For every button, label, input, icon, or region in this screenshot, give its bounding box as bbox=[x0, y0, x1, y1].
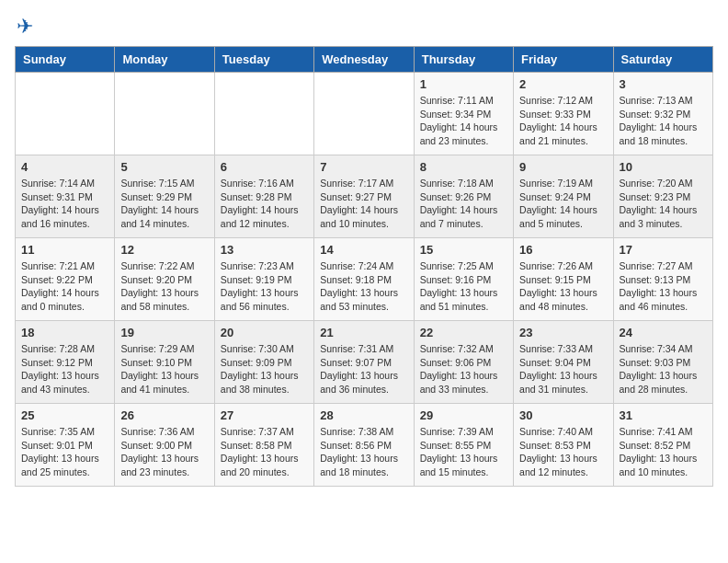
calendar-cell bbox=[214, 73, 313, 155]
day-info: Sunrise: 7:16 AM Sunset: 9:28 PM Dayligh… bbox=[221, 177, 308, 231]
day-number: 29 bbox=[420, 408, 507, 422]
calendar-header-thursday: Thursday bbox=[414, 47, 513, 73]
calendar-cell bbox=[115, 73, 214, 155]
day-number: 28 bbox=[320, 408, 407, 422]
calendar-cell: 28Sunrise: 7:38 AM Sunset: 8:56 PM Dayli… bbox=[314, 404, 414, 487]
calendar-cell: 1Sunrise: 7:11 AM Sunset: 9:34 PM Daylig… bbox=[414, 73, 513, 155]
day-info: Sunrise: 7:19 AM Sunset: 9:24 PM Dayligh… bbox=[519, 177, 607, 231]
calendar-cell: 26Sunrise: 7:36 AM Sunset: 9:00 PM Dayli… bbox=[115, 404, 214, 487]
calendar-cell: 29Sunrise: 7:39 AM Sunset: 8:55 PM Dayli… bbox=[414, 404, 513, 487]
calendar-cell: 31Sunrise: 7:41 AM Sunset: 8:52 PM Dayli… bbox=[613, 404, 712, 487]
calendar-cell: 12Sunrise: 7:22 AM Sunset: 9:20 PM Dayli… bbox=[115, 238, 214, 321]
day-info: Sunrise: 7:17 AM Sunset: 9:27 PM Dayligh… bbox=[320, 177, 407, 231]
calendar-cell: 2Sunrise: 7:12 AM Sunset: 9:33 PM Daylig… bbox=[514, 73, 613, 155]
day-number: 9 bbox=[519, 160, 607, 174]
calendar-week-row: 11Sunrise: 7:21 AM Sunset: 9:22 PM Dayli… bbox=[16, 238, 713, 321]
day-number: 14 bbox=[320, 243, 407, 257]
day-info: Sunrise: 7:28 AM Sunset: 9:12 PM Dayligh… bbox=[21, 342, 108, 396]
page-header: ✈ bbox=[15, 15, 713, 39]
calendar-table: SundayMondayTuesdayWednesdayThursdayFrid… bbox=[15, 46, 713, 487]
day-info: Sunrise: 7:33 AM Sunset: 9:04 PM Dayligh… bbox=[519, 342, 607, 396]
calendar-cell: 8Sunrise: 7:18 AM Sunset: 9:26 PM Daylig… bbox=[414, 155, 513, 238]
calendar-week-row: 1Sunrise: 7:11 AM Sunset: 9:34 PM Daylig… bbox=[16, 73, 713, 155]
day-info: Sunrise: 7:27 AM Sunset: 9:13 PM Dayligh… bbox=[620, 259, 707, 314]
calendar-cell: 21Sunrise: 7:31 AM Sunset: 9:07 PM Dayli… bbox=[314, 321, 414, 404]
calendar-cell: 16Sunrise: 7:26 AM Sunset: 9:15 PM Dayli… bbox=[514, 238, 613, 321]
calendar-cell: 10Sunrise: 7:20 AM Sunset: 9:23 PM Dayli… bbox=[613, 155, 712, 238]
day-number: 15 bbox=[420, 243, 507, 257]
calendar-cell: 6Sunrise: 7:16 AM Sunset: 9:28 PM Daylig… bbox=[214, 155, 313, 238]
day-info: Sunrise: 7:32 AM Sunset: 9:06 PM Dayligh… bbox=[420, 342, 507, 396]
day-number: 16 bbox=[519, 243, 607, 257]
calendar-cell: 27Sunrise: 7:37 AM Sunset: 8:58 PM Dayli… bbox=[214, 404, 313, 487]
day-info: Sunrise: 7:41 AM Sunset: 8:52 PM Dayligh… bbox=[620, 425, 707, 479]
day-info: Sunrise: 7:29 AM Sunset: 9:10 PM Dayligh… bbox=[120, 342, 208, 396]
calendar-cell: 20Sunrise: 7:30 AM Sunset: 9:09 PM Dayli… bbox=[214, 321, 313, 404]
day-info: Sunrise: 7:23 AM Sunset: 9:19 PM Dayligh… bbox=[221, 259, 308, 314]
day-info: Sunrise: 7:11 AM Sunset: 9:34 PM Dayligh… bbox=[420, 94, 507, 148]
calendar-cell: 7Sunrise: 7:17 AM Sunset: 9:27 PM Daylig… bbox=[314, 155, 414, 238]
calendar-cell: 19Sunrise: 7:29 AM Sunset: 9:10 PM Dayli… bbox=[115, 321, 214, 404]
day-info: Sunrise: 7:35 AM Sunset: 9:01 PM Dayligh… bbox=[21, 425, 108, 479]
day-number: 17 bbox=[620, 243, 707, 257]
day-number: 12 bbox=[120, 243, 208, 257]
calendar-cell: 9Sunrise: 7:19 AM Sunset: 9:24 PM Daylig… bbox=[514, 155, 613, 238]
calendar-header-sunday: Sunday bbox=[16, 47, 115, 73]
day-number: 6 bbox=[221, 160, 308, 174]
day-number: 24 bbox=[620, 326, 707, 339]
day-number: 30 bbox=[519, 408, 607, 422]
day-number: 22 bbox=[420, 326, 507, 339]
day-info: Sunrise: 7:20 AM Sunset: 9:23 PM Dayligh… bbox=[620, 177, 707, 231]
calendar-header-wednesday: Wednesday bbox=[314, 47, 414, 73]
calendar-cell: 14Sunrise: 7:24 AM Sunset: 9:18 PM Dayli… bbox=[314, 238, 414, 321]
calendar-cell: 11Sunrise: 7:21 AM Sunset: 9:22 PM Dayli… bbox=[16, 238, 115, 321]
calendar-cell: 30Sunrise: 7:40 AM Sunset: 8:53 PM Dayli… bbox=[514, 404, 613, 487]
day-info: Sunrise: 7:38 AM Sunset: 8:56 PM Dayligh… bbox=[320, 425, 407, 479]
calendar-cell: 15Sunrise: 7:25 AM Sunset: 9:16 PM Dayli… bbox=[414, 238, 513, 321]
day-info: Sunrise: 7:26 AM Sunset: 9:15 PM Dayligh… bbox=[519, 259, 607, 314]
day-info: Sunrise: 7:31 AM Sunset: 9:07 PM Dayligh… bbox=[320, 342, 407, 396]
calendar-week-row: 25Sunrise: 7:35 AM Sunset: 9:01 PM Dayli… bbox=[16, 404, 713, 487]
calendar-cell: 22Sunrise: 7:32 AM Sunset: 9:06 PM Dayli… bbox=[414, 321, 513, 404]
calendar-header-monday: Monday bbox=[115, 47, 214, 73]
day-number: 27 bbox=[221, 408, 308, 422]
day-number: 5 bbox=[120, 160, 208, 174]
calendar-cell: 3Sunrise: 7:13 AM Sunset: 9:32 PM Daylig… bbox=[613, 73, 712, 155]
day-info: Sunrise: 7:34 AM Sunset: 9:03 PM Dayligh… bbox=[620, 342, 707, 396]
calendar-header-tuesday: Tuesday bbox=[214, 47, 313, 73]
day-info: Sunrise: 7:18 AM Sunset: 9:26 PM Dayligh… bbox=[420, 177, 507, 231]
calendar-cell: 5Sunrise: 7:15 AM Sunset: 9:29 PM Daylig… bbox=[115, 155, 214, 238]
day-number: 23 bbox=[519, 326, 607, 339]
day-info: Sunrise: 7:24 AM Sunset: 9:18 PM Dayligh… bbox=[320, 259, 407, 314]
day-number: 26 bbox=[120, 408, 208, 422]
day-number: 2 bbox=[519, 77, 607, 91]
calendar-cell: 23Sunrise: 7:33 AM Sunset: 9:04 PM Dayli… bbox=[514, 321, 613, 404]
day-number: 11 bbox=[21, 243, 108, 257]
logo-bird-icon: ✈ bbox=[17, 15, 33, 39]
calendar-week-row: 18Sunrise: 7:28 AM Sunset: 9:12 PM Dayli… bbox=[16, 321, 713, 404]
day-number: 21 bbox=[320, 326, 407, 339]
day-number: 8 bbox=[420, 160, 507, 174]
calendar-cell bbox=[314, 73, 414, 155]
day-number: 18 bbox=[21, 326, 108, 339]
logo: ✈ bbox=[15, 15, 33, 39]
day-info: Sunrise: 7:37 AM Sunset: 8:58 PM Dayligh… bbox=[221, 425, 308, 479]
day-info: Sunrise: 7:12 AM Sunset: 9:33 PM Dayligh… bbox=[519, 94, 607, 148]
calendar-header-row: SundayMondayTuesdayWednesdayThursdayFrid… bbox=[16, 47, 713, 73]
day-number: 10 bbox=[620, 160, 707, 174]
day-info: Sunrise: 7:21 AM Sunset: 9:22 PM Dayligh… bbox=[21, 259, 108, 314]
day-info: Sunrise: 7:25 AM Sunset: 9:16 PM Dayligh… bbox=[420, 259, 507, 314]
day-info: Sunrise: 7:22 AM Sunset: 9:20 PM Dayligh… bbox=[120, 259, 208, 314]
day-number: 31 bbox=[620, 408, 707, 422]
day-info: Sunrise: 7:15 AM Sunset: 9:29 PM Dayligh… bbox=[120, 177, 208, 231]
calendar-header-friday: Friday bbox=[514, 47, 613, 73]
calendar-cell: 4Sunrise: 7:14 AM Sunset: 9:31 PM Daylig… bbox=[16, 155, 115, 238]
day-info: Sunrise: 7:30 AM Sunset: 9:09 PM Dayligh… bbox=[221, 342, 308, 396]
day-info: Sunrise: 7:14 AM Sunset: 9:31 PM Dayligh… bbox=[21, 177, 108, 231]
day-number: 19 bbox=[120, 326, 208, 339]
day-number: 20 bbox=[221, 326, 308, 339]
calendar-cell: 13Sunrise: 7:23 AM Sunset: 9:19 PM Dayli… bbox=[214, 238, 313, 321]
day-info: Sunrise: 7:13 AM Sunset: 9:32 PM Dayligh… bbox=[620, 94, 707, 148]
day-number: 3 bbox=[620, 77, 707, 91]
calendar-cell: 24Sunrise: 7:34 AM Sunset: 9:03 PM Dayli… bbox=[613, 321, 712, 404]
